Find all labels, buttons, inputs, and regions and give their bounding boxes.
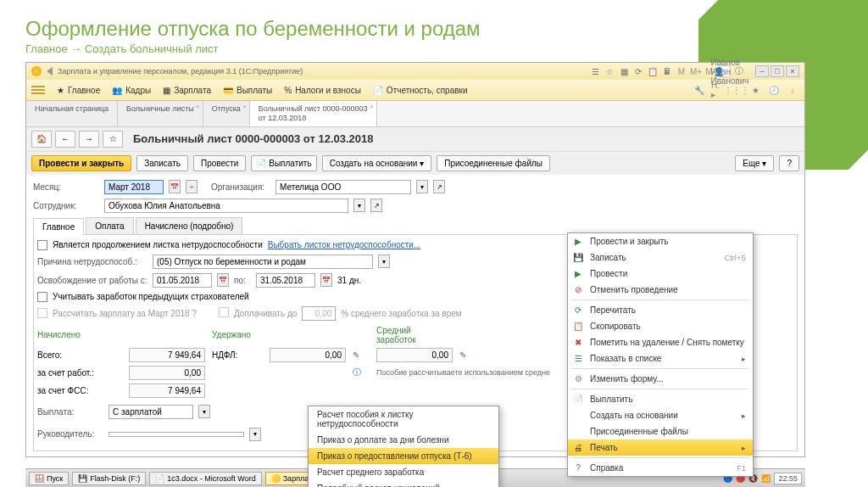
- tool-icon[interactable]: ⋮⋮⋮: [730, 83, 743, 97]
- tb-icon[interactable]: ▦: [618, 65, 630, 77]
- cm-print[interactable]: 🖨Печать▸: [568, 439, 753, 456]
- nav-star-button[interactable]: ☆: [103, 131, 123, 148]
- tb-icon[interactable]: ☰: [589, 65, 601, 77]
- clock[interactable]: 22:55: [774, 473, 802, 484]
- cm-show-list[interactable]: ☰Показать в списке▸: [568, 350, 753, 367]
- cm-help[interactable]: ?СправкаF1: [568, 460, 753, 476]
- cm-copy[interactable]: 📋Скопировать: [568, 318, 753, 334]
- files-button[interactable]: Присоединенные файлы: [437, 155, 550, 171]
- edit-icon[interactable]: ✎: [459, 350, 476, 360]
- calendar-icon[interactable]: 📅: [320, 273, 332, 287]
- back-arrow-icon[interactable]: [47, 67, 53, 76]
- sm-detailed[interactable]: Подробный расчет начислений: [309, 480, 498, 487]
- topup-input[interactable]: 0,00: [302, 306, 336, 321]
- task-flash[interactable]: 💾 Flash-Disk (F:): [72, 472, 146, 485]
- tb-icon[interactable]: ⓘ: [733, 65, 745, 77]
- tool-icon[interactable]: Н: ▸: [711, 83, 725, 97]
- help-button[interactable]: ?: [779, 155, 799, 171]
- edit-icon[interactable]: ✎: [353, 350, 370, 360]
- dropdown-icon[interactable]: ▾: [416, 180, 428, 193]
- nav-back-button[interactable]: ←: [55, 131, 75, 148]
- tb-icon[interactable]: 🖩: [661, 65, 673, 77]
- tab-vacations[interactable]: Отпуска×: [203, 101, 250, 126]
- tab-sick-lists[interactable]: Больничные листы×: [118, 101, 203, 126]
- cm-pay[interactable]: 📄Выплатить: [568, 391, 753, 407]
- dropdown-icon[interactable]: ▾: [249, 428, 261, 441]
- tb-icon[interactable]: 📋: [647, 65, 659, 77]
- inner-tab-main[interactable]: Главное: [33, 218, 84, 235]
- menu-main[interactable]: ★ Главное: [57, 86, 100, 95]
- maximize-button[interactable]: □: [771, 65, 784, 77]
- topup-checkbox[interactable]: [219, 307, 229, 317]
- close-icon[interactable]: ×: [370, 103, 374, 111]
- month-input[interactable]: Март 2018: [104, 180, 164, 194]
- manager-input[interactable]: [108, 432, 244, 437]
- reason-input[interactable]: (05) Отпуск по беременности и родам: [153, 255, 373, 269]
- tb-icon[interactable]: M+: [690, 65, 702, 77]
- cm-edit-form[interactable]: ⚙Изменить форму...: [568, 371, 753, 387]
- cm-mark-delete[interactable]: ✖Пометить на удаление / Снять пометку: [568, 334, 753, 350]
- cm-reread[interactable]: ⟳Перечитать: [568, 302, 753, 318]
- pay-button[interactable]: 📄 Выплатить: [251, 155, 316, 171]
- sm-order-vacation[interactable]: Приказ о предоставлении отпуска (Т-6): [309, 448, 498, 464]
- menu-zarplata[interactable]: ▦ Зарплата: [163, 86, 211, 95]
- menu-otchet[interactable]: 📄 Отчетность, справки: [373, 86, 468, 95]
- sm-calc-avg[interactable]: Расчет среднего заработка: [309, 464, 498, 480]
- tool-icon[interactable]: ★: [748, 83, 762, 97]
- cm-run-close[interactable]: ▶Провести и закрыть: [568, 233, 753, 249]
- stepper-icon[interactable]: ÷: [186, 180, 198, 193]
- date-to-input[interactable]: 31.05.2018: [256, 273, 315, 288]
- calendar-icon[interactable]: 📅: [169, 180, 181, 193]
- employee-input[interactable]: Обухова Юлия Анатольевна: [104, 199, 348, 213]
- sm-order-topup[interactable]: Приказ о доплате за дни болезни: [309, 432, 498, 448]
- cm-create-based[interactable]: Создать на основании▸: [568, 407, 753, 423]
- create-based-button[interactable]: Создать на основании ▾: [322, 155, 432, 171]
- cm-run[interactable]: ▶Провести: [568, 266, 753, 282]
- nav-fwd-button[interactable]: →: [79, 131, 99, 148]
- tab-start[interactable]: Начальная страница: [26, 101, 118, 126]
- close-icon[interactable]: ×: [242, 103, 247, 110]
- inner-tab-accrued[interactable]: Начислено (подробно): [136, 217, 243, 234]
- tool-icon[interactable]: 🔧: [693, 83, 706, 97]
- run-and-close-button[interactable]: Провести и закрыть: [31, 155, 131, 171]
- open-icon[interactable]: ↗: [370, 199, 382, 212]
- cm-write[interactable]: 💾ЗаписатьCtrl+S: [568, 249, 753, 266]
- nav-home-button[interactable]: 🏠: [31, 131, 52, 148]
- dropdown-icon[interactable]: ▾: [378, 255, 390, 268]
- start-button[interactable]: 🪟 Пуск: [29, 472, 69, 485]
- close-button[interactable]: ×: [786, 65, 799, 77]
- tool-icon[interactable]: ↓: [786, 83, 799, 97]
- prev-insurers-checkbox[interactable]: [37, 292, 47, 302]
- cm-files[interactable]: Присоединенные файлы: [568, 423, 753, 439]
- tb-icon[interactable]: M: [676, 65, 687, 77]
- menu-vyplaty[interactable]: 💳 Выплаты: [223, 86, 272, 95]
- select-sheet-link[interactable]: Выбрать листок нетрудоспособности...: [268, 240, 420, 249]
- tab-document[interactable]: Больничный лист 0000-000003от 12.03.2018…: [250, 101, 377, 126]
- close-icon[interactable]: ×: [196, 103, 200, 110]
- date-from-input[interactable]: 01.05.2018: [153, 273, 212, 288]
- write-button[interactable]: Записать: [136, 155, 188, 171]
- org-input[interactable]: Метелица ООО: [275, 180, 411, 194]
- calc-salary-checkbox[interactable]: [37, 308, 47, 318]
- burger-icon[interactable]: [31, 86, 45, 94]
- tool-icon[interactable]: 🕘: [767, 83, 781, 97]
- minimize-button[interactable]: –: [755, 65, 769, 77]
- tb-icon[interactable]: ⟳: [632, 65, 644, 77]
- dropdown-icon[interactable]: ▾: [198, 405, 210, 418]
- menu-kadry[interactable]: 👥 Кадры: [112, 86, 151, 95]
- cm-cancel[interactable]: ⊘Отменить проведение: [568, 282, 753, 298]
- continuation-checkbox[interactable]: [37, 240, 47, 250]
- payout-input[interactable]: С зарплатой: [108, 405, 193, 419]
- tray-icon[interactable]: 📶: [761, 474, 771, 483]
- open-icon[interactable]: ↗: [433, 180, 445, 193]
- menu-nalogi[interactable]: % Налоги и взносы: [284, 86, 361, 95]
- run-button[interactable]: Провести: [193, 155, 246, 171]
- calendar-icon[interactable]: 📅: [217, 273, 229, 287]
- dropdown-icon[interactable]: ▾: [353, 199, 365, 212]
- inner-tab-pay[interactable]: Оплата: [86, 217, 133, 234]
- task-word[interactable]: 📄 1с3.docx - Microsoft Word: [149, 472, 261, 485]
- user-badge[interactable]: 👤 Иванов Иван Иванович: [719, 65, 731, 77]
- tb-icon[interactable]: ☆: [604, 65, 615, 77]
- sm-calc-benefit[interactable]: Расчет пособия к листку нетрудоспособнос…: [309, 406, 498, 432]
- more-button[interactable]: Еще ▾: [735, 155, 774, 171]
